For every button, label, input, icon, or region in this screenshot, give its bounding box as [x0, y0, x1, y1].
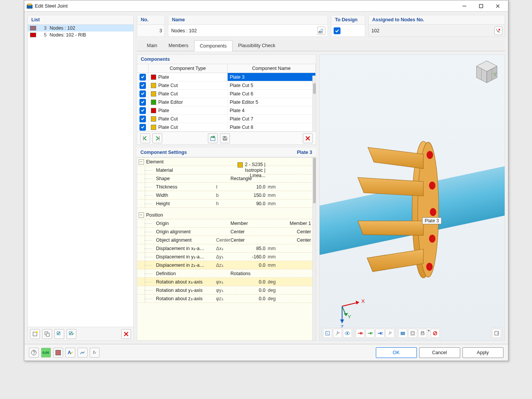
vt-view-x[interactable]: X [356, 329, 365, 338]
reports-button[interactable] [78, 348, 87, 358]
window-body: List 3Nodes : 1025Nodes: 102 - RIB No. 3 [24, 12, 508, 344]
settings-scrollbar[interactable] [312, 158, 316, 340]
edit-name-button[interactable] [317, 27, 325, 35]
components-table[interactable]: Component Type Component Name Plate Plat… [137, 64, 316, 132]
settings-row[interactable]: Origin alignment Center Center [137, 228, 316, 236]
vt-display-2[interactable] [408, 329, 417, 338]
vt-reset[interactable] [431, 329, 440, 338]
uncheck-all-button[interactable] [66, 329, 76, 339]
list-body[interactable]: 3Nodes : 1025Nodes: 102 - RIB [27, 25, 134, 327]
delete-component-button[interactable] [303, 133, 313, 143]
labels-button[interactable]: A [65, 348, 75, 358]
list-item[interactable]: 3Nodes : 102 [28, 25, 133, 32]
design-label: To Design [331, 15, 365, 25]
header-fields: No. 3 Name To Design As [137, 15, 505, 37]
settings-row[interactable]: Rotation about y₁-axis φy₁ 0.0 deg [137, 286, 316, 294]
name-field[interactable] [168, 25, 328, 37]
settings-row[interactable]: Rotation about z₁-axis φz₁ 0.0 deg [137, 294, 316, 303]
model-drawing: X Y Z [320, 55, 505, 340]
vt-expand[interactable] [492, 329, 501, 338]
cancel-button[interactable]: Cancel [419, 347, 460, 358]
vt-view-z[interactable]: Z [375, 329, 385, 338]
components-toolbar [137, 132, 316, 145]
collapse-icon[interactable]: − [139, 212, 144, 218]
settings-row[interactable]: Displacement in y₁-a… Δy₁ -160.0 mm [137, 253, 316, 261]
minimize-button[interactable] [456, 1, 472, 11]
svg-point-34 [430, 208, 436, 216]
copy-item-button[interactable] [42, 329, 52, 339]
settings-row[interactable]: Height h 90.0 mm [137, 200, 316, 208]
vt-view-iso[interactable] [385, 329, 394, 338]
collapse-icon[interactable]: − [139, 159, 144, 165]
color-button[interactable] [53, 348, 63, 358]
close-button[interactable] [490, 1, 506, 11]
vt-axes[interactable] [333, 329, 342, 338]
settings-row[interactable]: Displacement in z₁-a… Δz₁ 0.0 mm [137, 261, 316, 269]
pick-nodes-button[interactable] [494, 27, 502, 35]
table-row[interactable]: Plate Cut Plate Cut 5 [137, 81, 316, 90]
nodes-label: Assigned to Nodes No. [368, 15, 505, 25]
new-item-button[interactable] [30, 329, 40, 339]
settings-group[interactable]: −Position [137, 211, 316, 219]
settings-group[interactable]: −Element [137, 158, 316, 166]
settings-row[interactable]: Definition Rotations [137, 269, 316, 278]
vt-view[interactable] [343, 329, 352, 338]
svg-rect-1 [28, 4, 32, 5]
svg-text:-y: -y [492, 71, 497, 76]
name-input[interactable] [171, 28, 317, 34]
save-button[interactable] [220, 133, 230, 143]
list-item[interactable]: 5Nodes: 102 - RIB [28, 32, 133, 38]
left-panel: List 3Nodes : 1025Nodes: 102 - RIB [27, 15, 134, 341]
delete-item-button[interactable] [121, 329, 131, 339]
components-header: Components [137, 54, 316, 64]
design-field[interactable] [331, 25, 365, 37]
table-row[interactable]: Plate Plate 3 [137, 73, 316, 81]
units-button[interactable]: 0,00 [41, 348, 51, 358]
design-checkbox[interactable] [334, 27, 340, 34]
table-row[interactable]: Plate Plate 4 [137, 106, 316, 115]
vt-display-1[interactable] [398, 329, 407, 338]
right-panel: No. 3 Name To Design As [137, 15, 505, 341]
fx-button[interactable]: fx [90, 348, 100, 358]
table-row[interactable]: Plate Cut Plate Cut 7 [137, 115, 316, 123]
vt-select[interactable] [323, 329, 332, 338]
nodes-field[interactable] [368, 25, 505, 37]
components-panel: Components Component Type Component Name… [137, 54, 316, 145]
svg-line-53 [337, 332, 340, 333]
table-row[interactable]: Plate Cut Plate Cut 6 [137, 90, 316, 98]
maximize-button[interactable] [473, 1, 489, 11]
settings-row[interactable]: Displacement in x₁-a… Δx₁ 85.0 mm [137, 244, 316, 253]
svg-rect-9 [46, 333, 49, 336]
no-field: 3 [137, 25, 165, 37]
tab-members[interactable]: Members [163, 40, 194, 51]
nodes-input[interactable] [371, 28, 494, 34]
vt-view-y[interactable]: Y [366, 329, 375, 338]
tab-plausibility-check[interactable]: Plausibility Check [233, 40, 281, 51]
settings-row[interactable]: Rotation about x₁-axis φx₁ 0.0 deg [137, 278, 316, 286]
table-row[interactable]: Plate Editor Plate Editor 5 [137, 98, 316, 106]
move-right-button[interactable] [152, 133, 162, 143]
settings-row[interactable]: Thickness t 10.0 mm [137, 183, 316, 191]
help-button[interactable]: ? [29, 348, 39, 358]
settings-row[interactable]: Origin Member Member 1 [137, 219, 316, 228]
svg-point-33 [429, 182, 435, 190]
tab-main[interactable]: Main [141, 40, 163, 51]
ok-button[interactable]: OK [376, 347, 417, 358]
settings-body[interactable]: −Element Material 2 - S235 | Isotropic |… [137, 157, 316, 341]
svg-marker-30 [358, 221, 423, 235]
tab-components[interactable]: Components [194, 40, 233, 51]
navcube[interactable]: -y [473, 59, 500, 85]
settings-row[interactable]: Object alignment Center Center Center [137, 236, 316, 244]
check-all-button[interactable] [54, 329, 64, 339]
vt-print[interactable] [418, 329, 427, 338]
viewport-3d[interactable]: X Y Z Plate 3 [319, 54, 505, 341]
svg-rect-20 [224, 136, 226, 138]
settings-row[interactable]: Material 2 - S235 | Isotropic | Linea... [137, 166, 316, 174]
settings-row[interactable]: Shape Rectangle [137, 174, 316, 183]
apply-button[interactable]: Apply [462, 347, 504, 358]
import-button[interactable] [208, 133, 218, 143]
move-left-button[interactable] [140, 133, 150, 143]
components-scrollbar[interactable] [312, 76, 316, 131]
table-row[interactable]: Plate Cut Plate Cut 8 [137, 123, 316, 131]
settings-row[interactable]: Width b 150.0 mm [137, 191, 316, 200]
